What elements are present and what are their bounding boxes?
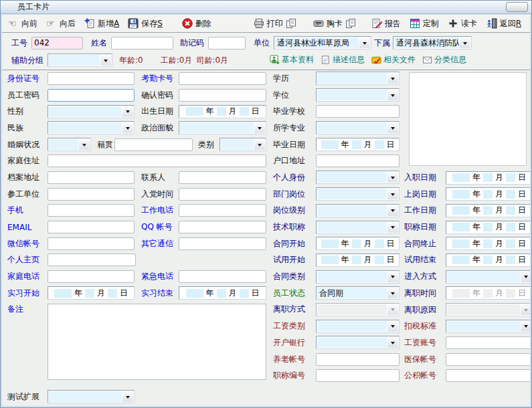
chevron-down-icon[interactable] — [122, 106, 133, 117]
school-input[interactable] — [316, 105, 400, 118]
marital-combo[interactable] — [48, 138, 91, 151]
home-phone-input[interactable] — [48, 270, 135, 283]
chevron-down-icon[interactable] — [387, 272, 398, 282]
tech-title-combo[interactable] — [316, 221, 400, 234]
test-extension-combo[interactable] — [48, 390, 135, 403]
title-no-input[interactable] — [316, 369, 400, 382]
photo-box[interactable] — [409, 72, 527, 166]
chevron-down-icon[interactable] — [387, 189, 398, 199]
chevron-down-icon[interactable] — [254, 139, 265, 150]
preview-pages-icon[interactable] — [286, 18, 296, 29]
contract-type-combo[interactable] — [316, 270, 400, 284]
hukou-input[interactable] — [316, 155, 400, 167]
chevron-down-icon[interactable] — [521, 321, 530, 332]
password-input[interactable] — [48, 89, 135, 102]
hire-date-date-input[interactable]: 年月日 — [446, 171, 530, 185]
toolbar-item-report[interactable]: 报告 — [369, 17, 403, 30]
identity-combo[interactable] — [316, 171, 400, 184]
home-address-input[interactable] — [48, 155, 266, 167]
toolbar-item-print[interactable]: 打印 — [252, 17, 298, 30]
toolbar-item-return[interactable]: 返回R — [484, 17, 523, 30]
email-input[interactable] — [48, 221, 135, 233]
chevron-down-icon[interactable] — [79, 139, 90, 150]
chevron-down-icon[interactable] — [387, 73, 398, 84]
contract-end-date-input[interactable]: 年月日 — [446, 237, 530, 250]
native-place-input[interactable] — [114, 138, 193, 151]
wechat-input[interactable] — [48, 237, 135, 250]
chevron-down-icon[interactable] — [387, 222, 398, 233]
chevron-down-icon[interactable] — [460, 37, 470, 48]
grad-date-date-input[interactable]: 年月日 — [316, 138, 400, 151]
major-combo[interactable] — [316, 121, 400, 134]
work-date-date-input[interactable]: 年月日 — [446, 204, 530, 217]
gender-combo[interactable] — [48, 105, 135, 118]
toolbar-item-add[interactable]: 新增A — [82, 17, 121, 30]
toolbar-item-readcard[interactable]: 读卡 — [446, 17, 479, 30]
aux-group-combo[interactable] — [48, 54, 112, 67]
birth-date-input[interactable]: 年月日 — [179, 105, 266, 118]
emp-id-input[interactable] — [31, 37, 83, 49]
chevron-down-icon[interactable] — [387, 172, 398, 183]
chevron-down-icon[interactable] — [122, 122, 133, 133]
contract-start-date-input[interactable]: 年月日 — [316, 237, 400, 250]
sub-unit-combo[interactable]: 通河县森林消防队 — [393, 36, 472, 49]
archive-address-input[interactable] — [48, 171, 135, 184]
politics-combo[interactable] — [179, 121, 266, 134]
toolbar-item-customize[interactable]: 定制 — [408, 17, 441, 30]
chevron-down-icon[interactable] — [254, 122, 265, 133]
mnemonic-input[interactable] — [208, 37, 246, 49]
pension-acct-input[interactable] — [316, 353, 400, 366]
salary-acct-input[interactable] — [446, 336, 530, 349]
chevron-down-icon[interactable] — [387, 122, 398, 133]
name-input[interactable] — [111, 37, 173, 49]
party-date-input[interactable] — [179, 188, 266, 201]
edu-combo[interactable] — [316, 72, 400, 85]
work-phone-input[interactable] — [179, 204, 266, 217]
tab-related-files[interactable]: 相关文件 — [371, 54, 416, 66]
remarks-textarea[interactable] — [48, 304, 266, 380]
toolbar-item-badge[interactable]: 胸卡 — [311, 17, 358, 30]
emergency-phone-input[interactable] — [179, 270, 266, 283]
tab-describe-info[interactable]: 描述信息 — [321, 54, 365, 66]
chevron-down-icon[interactable] — [122, 391, 133, 402]
toolbar-item-delete[interactable]: 删除 — [180, 17, 213, 30]
homepage-input[interactable] — [48, 253, 136, 266]
chevron-down-icon[interactable] — [387, 337, 398, 348]
chevron-down-icon[interactable] — [387, 90, 398, 100]
preview-pages-icon[interactable] — [345, 18, 356, 29]
entry-way-combo[interactable] — [446, 270, 530, 284]
confirm-password-input[interactable] — [179, 89, 266, 102]
fund-acct-input[interactable] — [446, 369, 530, 382]
tab-basic-info[interactable]: 基本资料 — [270, 54, 314, 66]
mobile-input[interactable] — [48, 204, 135, 217]
chevron-down-icon[interactable] — [387, 205, 398, 216]
toolbar-item-prev[interactable]: ☜向前 — [6, 17, 39, 30]
onduty-date-date-input[interactable]: 年月日 — [446, 187, 530, 201]
chevron-down-icon[interactable] — [521, 272, 530, 282]
attendance-card-input[interactable] — [179, 72, 266, 85]
first-unit-input[interactable] — [48, 188, 135, 201]
pos-level-combo[interactable] — [316, 204, 400, 217]
unit-combo[interactable]: 通河县林业和草原局 — [274, 36, 371, 49]
tab-classify-info[interactable]: 分类信息 — [422, 54, 466, 66]
ethnicity-combo[interactable] — [48, 121, 135, 134]
toolbar-item-next[interactable]: ☞向后 — [44, 17, 78, 30]
dept-pos-combo[interactable] — [316, 187, 400, 201]
chevron-down-icon[interactable] — [387, 288, 398, 298]
medical-acct-input[interactable] — [446, 353, 530, 366]
tax-std-combo[interactable] — [446, 320, 530, 333]
intern-start-date-input[interactable]: 年月日 — [48, 286, 135, 300]
chevron-down-icon[interactable] — [387, 321, 398, 332]
trial-start-date-input[interactable]: 年月日 — [316, 253, 400, 267]
id-card-input[interactable] — [48, 72, 135, 85]
salary-type-combo[interactable] — [316, 320, 400, 333]
category-combo[interactable] — [219, 138, 266, 151]
intern-end-date-input[interactable]: 年月日 — [179, 286, 266, 300]
chevron-down-icon[interactable] — [100, 55, 111, 66]
other-comm-input[interactable] — [179, 237, 266, 250]
trial-end-date-input[interactable]: 年月日 — [446, 253, 530, 267]
qq-input[interactable] — [179, 221, 266, 233]
close-button[interactable] — [506, 2, 528, 12]
degree-combo[interactable] — [316, 88, 400, 102]
chevron-down-icon[interactable] — [359, 37, 370, 48]
